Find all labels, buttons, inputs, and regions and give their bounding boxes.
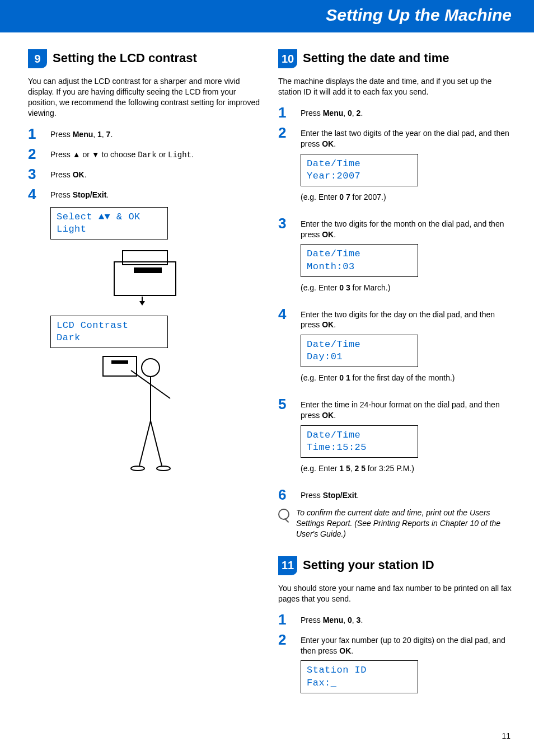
- step-1: 1 Press Menu, 1, 7.: [28, 126, 261, 141]
- svg-rect-9: [111, 360, 128, 364]
- step-number: 2: [278, 125, 293, 140]
- step-number: 4: [28, 187, 43, 201]
- section-intro: You can adjust the LCD contrast for a sh…: [28, 76, 261, 119]
- lcd-display: Date/Time Year:2007: [301, 154, 418, 186]
- svg-point-5: [142, 359, 160, 377]
- svg-rect-0: [114, 262, 176, 295]
- step-text: Enter the last two digits of the year on…: [301, 125, 512, 210]
- step-number: 6: [278, 487, 293, 502]
- step-4: 4 Enter the two digits for the day on th…: [278, 307, 512, 392]
- svg-rect-2: [134, 267, 162, 273]
- note: To confirm the current date and time, pr…: [278, 508, 512, 539]
- step-text: Enter the two digits for the month on th…: [301, 216, 512, 301]
- step-2: 2 Enter your fax number (up to 20 digits…: [278, 632, 512, 699]
- right-column: 10 Setting the date and time The machine…: [278, 49, 512, 716]
- magnifier-icon: [278, 509, 289, 520]
- printer-figure: [103, 245, 187, 307]
- section-10: 10 Setting the date and time The machine…: [278, 49, 512, 539]
- step-text: Press Stop/Exit.: [301, 487, 512, 501]
- page-header: Setting Up the Machine: [0, 0, 534, 32]
- svg-rect-8: [103, 356, 137, 376]
- step-number: 1: [278, 105, 293, 120]
- step-text: Press OK.: [50, 167, 261, 180]
- step-text: Press Menu, 1, 7.: [50, 126, 261, 140]
- left-column: 9 Setting the LCD contrast You can adjus…: [28, 49, 261, 716]
- lcd-display: Date/Time Time:15:25: [301, 425, 418, 458]
- svg-point-6: [131, 466, 144, 471]
- section-11: 11 Setting your station ID You should st…: [278, 556, 512, 699]
- step-text: Enter the two digits for the day on the …: [301, 307, 512, 392]
- step-text: Press Menu, 0, 3.: [301, 612, 512, 626]
- step-number: 2: [278, 632, 293, 647]
- lcd-display: Station ID Fax:_: [301, 660, 418, 693]
- step-5: 5 Enter the time in 24-hour format on th…: [278, 397, 512, 482]
- lcd-display: Select ▲▼ & OK Light: [50, 207, 168, 240]
- section-9: 9 Setting the LCD contrast You can adjus…: [28, 49, 261, 482]
- svg-point-7: [157, 466, 170, 471]
- example-text: (e.g. Enter 1 5, 2 5 for 3:25 P.M.): [301, 463, 512, 474]
- arrow-down-icon: [92, 150, 100, 159]
- step-text: Press or to choose Dark or Light.: [50, 147, 261, 161]
- section-number: 9: [28, 49, 47, 68]
- person-figure: [97, 354, 193, 482]
- section-title: Setting your station ID: [303, 556, 434, 572]
- step-text: Press Stop/Exit.: [50, 187, 261, 200]
- step-number: 5: [278, 397, 293, 411]
- step-4: 4 Press Stop/Exit.: [28, 187, 261, 201]
- svg-marker-4: [139, 301, 145, 306]
- step-2: 2 Enter the last two digits of the year …: [278, 125, 512, 210]
- lcd-display: Date/Time Month:03: [301, 244, 418, 276]
- step-number: 1: [28, 126, 43, 141]
- step-text: Enter your fax number (up to 20 digits) …: [301, 632, 512, 699]
- lcd-display: LCD Contrast Dark: [50, 316, 168, 348]
- step-number: 4: [278, 307, 293, 321]
- section-intro: You should store your name and fax numbe…: [278, 583, 512, 604]
- lcd-display: Date/Time Day:01: [301, 335, 418, 367]
- step-1: 1 Press Menu, 0, 3.: [278, 612, 512, 627]
- page-number: 11: [502, 731, 510, 740]
- step-text: Enter the time in 24-hour format on the …: [301, 397, 512, 482]
- step-number: 1: [278, 612, 293, 627]
- example-text: (e.g. Enter 0 1 for the first day of the…: [301, 373, 512, 383]
- step-3: 3 Enter the two digits for the month on …: [278, 216, 512, 301]
- step-2: 2 Press or to choose Dark or Light.: [28, 147, 261, 161]
- arrow-up-icon: [73, 150, 81, 159]
- svg-rect-1: [123, 251, 167, 265]
- example-text: (e.g. Enter 0 7 for 2007.): [301, 192, 512, 203]
- step-6: 6 Press Stop/Exit.: [278, 487, 512, 502]
- section-intro: The machine displays the date and time, …: [278, 76, 512, 97]
- section-number: 11: [278, 556, 297, 575]
- section-title: Setting the date and time: [303, 49, 449, 65]
- note-text: To confirm the current date and time, pr…: [296, 508, 512, 539]
- step-number: 2: [28, 147, 43, 161]
- section-number: 10: [278, 49, 297, 68]
- step-text: Press Menu, 0, 2.: [301, 105, 512, 119]
- step-3: 3 Press OK.: [28, 167, 261, 181]
- step-number: 3: [28, 167, 43, 181]
- section-title: Setting the LCD contrast: [53, 49, 197, 65]
- step-number: 3: [278, 216, 293, 231]
- step-1: 1 Press Menu, 0, 2.: [278, 105, 512, 120]
- example-text: (e.g. Enter 0 3 for March.): [301, 283, 512, 293]
